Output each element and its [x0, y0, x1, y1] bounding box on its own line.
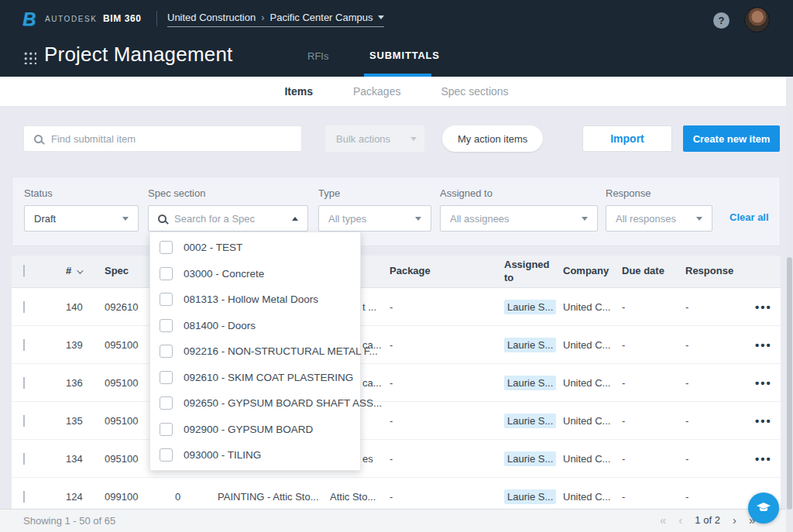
- first-page-button[interactable]: «: [660, 513, 666, 527]
- option-checkbox[interactable]: [160, 267, 173, 280]
- item-package: -: [390, 491, 504, 503]
- row-menu-button[interactable]: •••: [755, 338, 772, 352]
- spec-section-filter-search[interactable]: Search for a Spec: [148, 205, 308, 232]
- item-response: -: [685, 301, 755, 313]
- spec-dropdown-option[interactable]: 081313 - Hollow Metal Doors: [150, 287, 360, 313]
- row-menu-button[interactable]: •••: [755, 414, 772, 427]
- type-filter-select[interactable]: All types: [318, 205, 431, 232]
- spec-dropdown-option[interactable]: 092900 - GYPSUM BOARD: [150, 417, 360, 443]
- item-number: 134: [66, 453, 105, 465]
- row-checkbox[interactable]: [23, 301, 25, 313]
- table-row[interactable]: 140 092610 t ... - Laurie S... United C.…: [12, 288, 781, 326]
- column-header-package[interactable]: Package: [390, 265, 504, 277]
- assigned-to-chip[interactable]: Laurie S...: [504, 338, 556, 352]
- item-rev: 0: [175, 491, 218, 503]
- apps-grid-icon[interactable]: [23, 51, 36, 64]
- chevron-down-icon: [415, 217, 421, 221]
- tab-rfis[interactable]: RFIs: [307, 50, 328, 62]
- next-page-button[interactable]: ›: [733, 513, 736, 527]
- assigned-to-chip[interactable]: Laurie S...: [504, 414, 556, 428]
- previous-page-button[interactable]: ‹: [678, 513, 682, 527]
- row-menu-button[interactable]: •••: [755, 452, 772, 465]
- tab-submittals[interactable]: SUBMITTALS: [369, 50, 440, 61]
- filter-label-assigned-to: Assigned to: [440, 187, 493, 199]
- select-all-checkbox[interactable]: [23, 265, 25, 277]
- row-checkbox[interactable]: [23, 339, 25, 351]
- spec-dropdown-option[interactable]: 092650 - GYPSUM BOARD SHAFT ASS...: [150, 390, 360, 417]
- filter-panel: Status Draft Spec section Search for a S…: [12, 177, 781, 246]
- option-checkbox[interactable]: [160, 319, 173, 332]
- spec-dropdown-option[interactable]: 0002 - TEST: [150, 235, 360, 261]
- row-checkbox[interactable]: [23, 453, 25, 465]
- response-filter-select[interactable]: All responses: [606, 205, 712, 232]
- item-spec: 099100: [105, 491, 175, 503]
- spec-dropdown-option[interactable]: 093000 - TILING: [150, 442, 360, 469]
- assigned-to-chip[interactable]: Laurie S...: [504, 451, 556, 466]
- submittal-items-table: # Spec Package Assigned to Company Due d…: [12, 256, 781, 509]
- table-row[interactable]: 134 095100 es - Laurie S... United C... …: [12, 440, 781, 478]
- column-header-due-date[interactable]: Due date: [622, 265, 685, 277]
- clear-all-filters-link[interactable]: Clear all: [729, 211, 769, 223]
- option-checkbox[interactable]: [160, 345, 173, 358]
- column-header-assigned-to[interactable]: Assigned to: [504, 259, 563, 284]
- vertical-scrollbar[interactable]: [786, 77, 793, 532]
- bulk-actions-button[interactable]: Bulk actions: [325, 125, 424, 152]
- help-icon[interactable]: ?: [713, 12, 729, 29]
- page-title: Project Management: [44, 43, 233, 67]
- option-checkbox[interactable]: [160, 293, 173, 306]
- column-header-response[interactable]: Response: [685, 265, 755, 277]
- row-checkbox[interactable]: [23, 415, 25, 427]
- option-checkbox[interactable]: [160, 241, 173, 254]
- table-row[interactable]: 135 095100 - Laurie S... United C... - -…: [12, 402, 781, 440]
- top-navigation-bar: B AUTODESK BIM 360 United Construction ›…: [0, 0, 793, 77]
- avatar[interactable]: [744, 7, 770, 33]
- submittals-subtabs: Items Packages Spec sections: [0, 77, 793, 107]
- search-box[interactable]: [23, 125, 302, 152]
- column-header-company[interactable]: Company: [563, 265, 622, 277]
- item-number: 136: [66, 377, 105, 389]
- spec-dropdown-option[interactable]: 081400 - Doors: [150, 313, 360, 339]
- row-checkbox[interactable]: [23, 377, 25, 389]
- table-row[interactable]: 124 099100 0 PAINTING - Attic Sto... Att…: [12, 478, 781, 509]
- row-menu-button[interactable]: •••: [755, 376, 772, 390]
- scrollbar-thumb[interactable]: [787, 257, 792, 510]
- item-package: -: [390, 301, 504, 313]
- item-package: -: [390, 377, 504, 389]
- breadcrumb[interactable]: United Construction › Pacific Center Cam…: [167, 12, 384, 27]
- bim360-logo-icon: B: [22, 9, 36, 30]
- item-due-date: -: [622, 453, 685, 465]
- option-checkbox[interactable]: [160, 396, 173, 410]
- item-title: PAINTING - Attic Sto...: [218, 491, 330, 503]
- table-header-row: # Spec Package Assigned to Company Due d…: [12, 256, 781, 288]
- status-filter-select[interactable]: Draft: [24, 205, 139, 232]
- breadcrumb-account[interactable]: United Construction: [167, 12, 256, 23]
- create-new-item-button[interactable]: Create new item: [683, 125, 780, 152]
- item-response: -: [685, 453, 755, 465]
- row-checkbox[interactable]: [23, 491, 25, 503]
- subtab-packages[interactable]: Packages: [353, 85, 400, 98]
- item-package: -: [390, 339, 504, 351]
- spec-dropdown-option[interactable]: 03000 - Concrete: [150, 261, 360, 287]
- search-input[interactable]: [51, 133, 283, 145]
- option-label: 081400 - Doors: [184, 320, 256, 331]
- table-row[interactable]: 136 095100 ca... - Laurie S... United C.…: [12, 364, 781, 402]
- item-company: United C...: [563, 491, 622, 503]
- spec-dropdown-option[interactable]: 092610 - SKIM COAT PLASTERING: [150, 365, 360, 391]
- my-action-items-button[interactable]: My action items: [442, 125, 543, 152]
- option-checkbox[interactable]: [160, 371, 173, 384]
- breadcrumb-project[interactable]: Pacific Center Campus: [270, 12, 373, 23]
- spec-dropdown-option[interactable]: 092216 - NON-STRUCTURAL METAL F...: [150, 338, 360, 365]
- assigned-to-chip[interactable]: Laurie S...: [504, 376, 556, 390]
- learning-fab-button[interactable]: [748, 493, 779, 523]
- column-header-num[interactable]: #: [66, 265, 105, 277]
- option-checkbox[interactable]: [160, 423, 173, 436]
- row-menu-button[interactable]: •••: [755, 300, 772, 314]
- assigned-to-chip[interactable]: Laurie S...: [504, 489, 556, 504]
- assigned-to-filter-select[interactable]: All assignees: [440, 205, 598, 232]
- assigned-to-chip[interactable]: Laurie S...: [504, 300, 556, 314]
- table-row[interactable]: 139 095100 ca... - Laurie S... United C.…: [12, 326, 781, 364]
- subtab-items[interactable]: Items: [284, 85, 313, 98]
- subtab-spec-sections[interactable]: Spec sections: [441, 85, 508, 98]
- option-checkbox[interactable]: [160, 448, 173, 462]
- import-button[interactable]: Import: [582, 125, 672, 152]
